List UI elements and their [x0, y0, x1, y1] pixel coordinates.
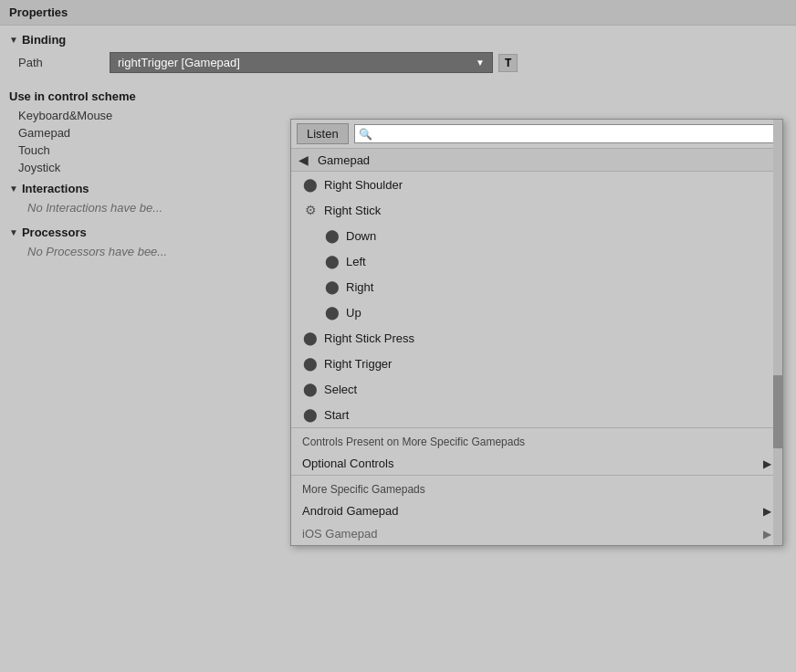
list-item-optional-controls[interactable]: Optional Controls ▶ [291, 452, 782, 475]
select-label: Select [324, 383, 357, 396]
properties-title: Properties [9, 5, 68, 19]
section-header-more-specific: Controls Present on More Specific Gamepa… [291, 427, 782, 452]
right-stick-press-icon: ⬤ [302, 330, 319, 346]
path-field-row: Path rightTrigger [Gamepad] ▼ T [9, 52, 787, 73]
back-arrow-icon[interactable]: ◀ [298, 152, 309, 167]
list-item-right-shoulder[interactable]: ⬤ Right Shoulder [291, 172, 782, 197]
up-label: Up [346, 306, 361, 320]
ios-gamepad-arrow-icon: ▶ [763, 528, 771, 541]
right-shoulder-icon: ⬤ [302, 176, 319, 193]
properties-header: Properties [0, 0, 796, 26]
optional-controls-label: Optional Controls [302, 457, 393, 470]
dropdown-nav-row: ◀ Gamepad [291, 149, 782, 172]
use-in-scheme-label: Use in control scheme [0, 84, 796, 107]
list-item-left[interactable]: ⬤ Left [291, 248, 782, 274]
right-shoulder-label: Right Shoulder [324, 178, 403, 192]
list-item-ios-gamepad[interactable]: iOS Gamepad ▶ [291, 522, 782, 545]
android-gamepad-arrow-icon: ▶ [763, 505, 771, 518]
path-select-button[interactable]: rightTrigger [Gamepad] ▼ [110, 52, 493, 73]
section-header-gamepads: More Specific Gamepads [291, 475, 782, 499]
path-dropdown-arrow: ▼ [476, 58, 485, 68]
path-value: rightTrigger [Gamepad] [118, 56, 240, 69]
binding-triangle: ▼ [9, 35, 18, 45]
down-label: Down [346, 229, 376, 243]
list-item-right-trigger[interactable]: ⬤ Right Trigger [291, 351, 782, 376]
path-dropdown: rightTrigger [Gamepad] ▼ T [110, 52, 787, 73]
right-label: Right [346, 280, 373, 294]
down-icon: ⬤ [324, 227, 340, 244]
scrollbar-thumb[interactable] [773, 375, 782, 448]
interactions-label: Interactions [22, 182, 89, 195]
start-label: Start [324, 408, 349, 422]
left-label: Left [346, 255, 366, 268]
optional-controls-arrow-icon: ▶ [763, 457, 771, 470]
left-icon: ⬤ [324, 253, 340, 269]
dropdown-popup: Listen 🔍 ◀ Gamepad ⬤ Right Shoulder ⚙ Ri… [290, 119, 783, 546]
right-stick-label: Right Stick [324, 204, 381, 217]
main-panel: Properties ▼ Binding Path rightTrigger [… [0, 0, 796, 672]
listen-button[interactable]: Listen [297, 123, 349, 144]
list-item-android-gamepad[interactable]: Android Gamepad ▶ [291, 499, 782, 522]
processors-triangle: ▼ [9, 227, 18, 237]
ios-gamepad-label: iOS Gamepad [302, 527, 377, 541]
binding-label: Binding [22, 33, 66, 47]
list-item-right-stick-press[interactable]: ⬤ Right Stick Press [291, 325, 782, 351]
right-trigger-label: Right Trigger [324, 357, 392, 371]
list-item-right[interactable]: ⬤ Right [291, 274, 782, 299]
dropdown-top-bar: Listen 🔍 [291, 120, 782, 149]
dropdown-list: ⬤ Right Shoulder ⚙ Right Stick ⬤ Down ⬤ … [291, 172, 782, 545]
right-stick-press-label: Right Stick Press [324, 331, 414, 345]
start-icon: ⬤ [302, 406, 319, 423]
scrollbar-track[interactable] [773, 120, 782, 545]
t-button[interactable]: T [498, 54, 518, 72]
up-icon: ⬤ [324, 304, 340, 320]
search-input[interactable] [376, 127, 772, 141]
list-item-start[interactable]: ⬤ Start [291, 402, 782, 427]
right-trigger-icon: ⬤ [302, 355, 319, 372]
list-item-down[interactable]: ⬤ Down [291, 223, 782, 248]
binding-section: ▼ Binding Path rightTrigger [Gamepad] ▼ … [0, 26, 796, 84]
binding-section-title: ▼ Binding [9, 33, 787, 47]
select-icon: ⬤ [302, 381, 319, 397]
list-item-up[interactable]: ⬤ Up [291, 299, 782, 325]
right-icon: ⬤ [324, 278, 340, 295]
nav-title: Gamepad [318, 153, 370, 167]
android-gamepad-label: Android Gamepad [302, 504, 399, 518]
processors-label: Processors [22, 226, 87, 239]
search-input-wrapper: 🔍 [354, 124, 777, 143]
search-icon: 🔍 [359, 128, 372, 141]
list-item-right-stick[interactable]: ⚙ Right Stick [291, 197, 782, 223]
list-item-select[interactable]: ⬤ Select [291, 376, 782, 402]
interactions-triangle: ▼ [9, 184, 18, 194]
right-stick-icon: ⚙ [302, 202, 319, 218]
path-label: Path [18, 56, 110, 69]
